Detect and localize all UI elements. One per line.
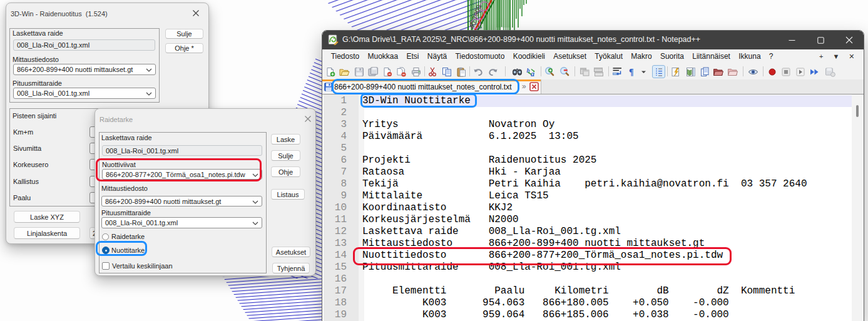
combo-pituusmittaraide2[interactable]: 008_Lla-Roi_001.tg.xml: [101, 217, 262, 228]
notepadpp-titlebar[interactable]: G:\Oma Drive\1_RATA 2025\2_NRC\866+200-8…: [322, 31, 864, 49]
menu-koodikieli[interactable]: Koodikieli: [509, 52, 549, 61]
menu-suorita[interactable]: Suorita: [656, 52, 688, 61]
editor-line[interactable]: 13D-Win Nuottitarke: [323, 95, 852, 107]
menu-?[interactable]: ?: [765, 52, 777, 61]
menu-dropdown-icon[interactable]: ▼: [828, 53, 844, 60]
label-radio-nuottitarke[interactable]: Nuottitarke: [111, 247, 145, 254]
menu-etsi[interactable]: Etsi: [402, 52, 423, 61]
save-icon[interactable]: [353, 66, 365, 78]
tab-overflow-chevron[interactable]: »: [522, 82, 526, 91]
editor-line[interactable]: 12Laskettava raide 008_Lla-Roi_001.tg.xm…: [323, 226, 852, 238]
new-file-icon[interactable]: [324, 66, 336, 78]
save-all-icon[interactable]: [367, 66, 379, 78]
zoom-in-icon[interactable]: [544, 66, 556, 78]
show-symbols-icon[interactable]: ¶: [626, 66, 638, 78]
print-icon[interactable]: [410, 66, 422, 78]
menu-close-icon[interactable]: ✕: [844, 53, 859, 61]
doc-map-icon[interactable]: [685, 66, 697, 78]
editor-line[interactable]: 17 Elementti Paalu Kilometri dB dZ Komme…: [323, 285, 852, 297]
menu-tiedostomuoto[interactable]: Tiedostomuoto: [451, 52, 509, 61]
menu-asetukset[interactable]: Asetukset: [549, 52, 591, 61]
redo-icon[interactable]: [487, 66, 499, 78]
editor-line[interactable]: 4Päivämäärä 6.1.2025 13:05: [323, 131, 852, 143]
editor-line[interactable]: 2: [323, 107, 852, 119]
vertical-scrollbar[interactable]: [852, 94, 864, 321]
undo-icon[interactable]: [472, 66, 484, 78]
combo-mittaustiedosto[interactable]: 866+200-899+400 nuotti mittaukset.gt: [13, 64, 156, 75]
menu-ikkuna[interactable]: Ikkuna: [735, 52, 765, 61]
cut-icon[interactable]: [426, 66, 438, 78]
menu-liitnniset[interactable]: Liitännäiset: [688, 52, 735, 61]
doc-list-icon[interactable]: [699, 66, 711, 78]
radio-nuottitarke[interactable]: [102, 247, 110, 254]
tab-close-icon[interactable]: [529, 82, 539, 91]
minimize-button[interactable]: [777, 31, 806, 49]
combo-pituusmittaraide[interactable]: 008_Lla-Roi_001.tg.xml: [13, 88, 156, 99]
menu-tykalut[interactable]: Työkalut: [591, 52, 627, 61]
ohje-button2[interactable]: Ohje: [271, 166, 300, 177]
menu-makro[interactable]: Makro: [627, 52, 656, 61]
sync-v-icon[interactable]: [579, 66, 591, 78]
paste-icon[interactable]: [455, 66, 467, 78]
tab-notes-control[interactable]: 866+200-899+400 nuotti mittaukset_notes_…: [322, 79, 541, 94]
tyhjenna-button[interactable]: Tyhjennä: [272, 263, 310, 273]
label-radio-raidetarke[interactable]: Raidetarke: [111, 233, 145, 240]
dialog2-close-icon[interactable]: [304, 115, 315, 126]
editor-line[interactable]: 7Rataosa Hki - Karjaa: [323, 166, 852, 178]
editor-line[interactable]: 6Projekti Raidenuotitus 2025: [323, 155, 852, 166]
laske-xyz-button[interactable]: Laske XYZ: [14, 211, 80, 223]
label-checkbox-vertailu[interactable]: Vertailu keskilinjaan: [112, 262, 173, 270]
macro-record-icon[interactable]: [766, 66, 778, 78]
dropdown-icon[interactable]: [638, 66, 650, 78]
word-wrap-icon[interactable]: [611, 66, 623, 78]
sync-h-icon[interactable]: [593, 66, 605, 78]
sulje-button2[interactable]: Sulje: [271, 150, 300, 161]
editor-line[interactable]: 11Korkeusjärjestelmä N2000: [323, 214, 852, 226]
macro-play-icon[interactable]: [794, 66, 806, 78]
menu-nyt[interactable]: Näytä: [423, 52, 451, 61]
find-icon[interactable]: [511, 66, 523, 78]
copy-icon[interactable]: [441, 66, 452, 78]
function-list-icon[interactable]: [670, 66, 682, 78]
editor-line[interactable]: 15Pituusmittaraide 008_Lla-Roi_001.tg.xm…: [323, 262, 852, 273]
macro-save-icon[interactable]: [824, 66, 836, 78]
linjalaskenta-button[interactable]: Linjalaskenta: [14, 227, 80, 239]
sulje-button[interactable]: Sulje: [165, 29, 203, 39]
combo-nuottiviivat[interactable]: 866+200-877+200_Törmä_osa1_notes.pi.tdw: [102, 169, 262, 180]
ohje-button[interactable]: Ohje *: [165, 43, 203, 53]
radio-raidetarke[interactable]: [102, 233, 109, 240]
editor-line[interactable]: 13Mittaustiedosto 866+200-899+400 nuotti…: [323, 238, 852, 250]
editor-line[interactable]: 14Nuottitiedosto 866+200-877+200_Törmä_o…: [323, 250, 852, 262]
monitoring-icon[interactable]: [747, 66, 759, 78]
replace-icon[interactable]: ba: [526, 66, 538, 78]
editor-line[interactable]: 3Yritys Novatron Oy: [323, 119, 852, 131]
macro-stop-icon[interactable]: [780, 66, 792, 78]
close-icon[interactable]: [381, 66, 393, 78]
zoom-out-icon[interactable]: [559, 66, 571, 78]
editor-area[interactable]: 13D-Win Nuottitarke23Yritys Novatron Oy4…: [323, 94, 864, 321]
scrollbar-thumb[interactable]: [856, 105, 859, 117]
menu-new-tab-icon[interactable]: +: [814, 53, 827, 60]
open-file-icon[interactable]: [339, 66, 350, 78]
close-all-icon[interactable]: [396, 66, 407, 78]
menu-muokkaa[interactable]: Muokkaa: [364, 52, 402, 61]
editor-line[interactable]: 10Koordinaatisto KKJ2: [323, 202, 852, 214]
indent-guides-icon[interactable]: [653, 66, 665, 78]
listaus-button[interactable]: Listaus: [271, 189, 305, 200]
editor-line[interactable]: 19 K003 959.064 866+185.006 +0.038 -0.00…: [323, 309, 852, 321]
asetukset-button[interactable]: Asetukset: [272, 247, 310, 257]
editor-line[interactable]: 8Tekijä Petri Kaihia petri.kaihia@novatr…: [323, 178, 852, 190]
close-button[interactable]: [835, 31, 864, 49]
laske-button[interactable]: Laske: [271, 134, 300, 145]
checkbox-vertailu[interactable]: [102, 262, 110, 270]
folder-workspace-icon[interactable]: [712, 66, 724, 78]
menu-tiedosto[interactable]: Tiedosto: [327, 52, 364, 61]
maximize-button[interactable]: [806, 31, 835, 49]
combo-mittaustiedosto2[interactable]: 866+200-899+400 nuotti mittaukset.gt: [101, 196, 262, 206]
editor-line[interactable]: 5: [323, 143, 852, 155]
editor-line[interactable]: 9Mittalaite Leica TS15: [323, 190, 852, 202]
macro-run-icon[interactable]: [809, 66, 820, 78]
dialog1-close-icon[interactable]: [192, 9, 203, 21]
editor-line[interactable]: 18 K003 954.063 866+180.005 +0.050 -0.00…: [323, 297, 852, 309]
editor-line[interactable]: 16: [323, 273, 852, 285]
